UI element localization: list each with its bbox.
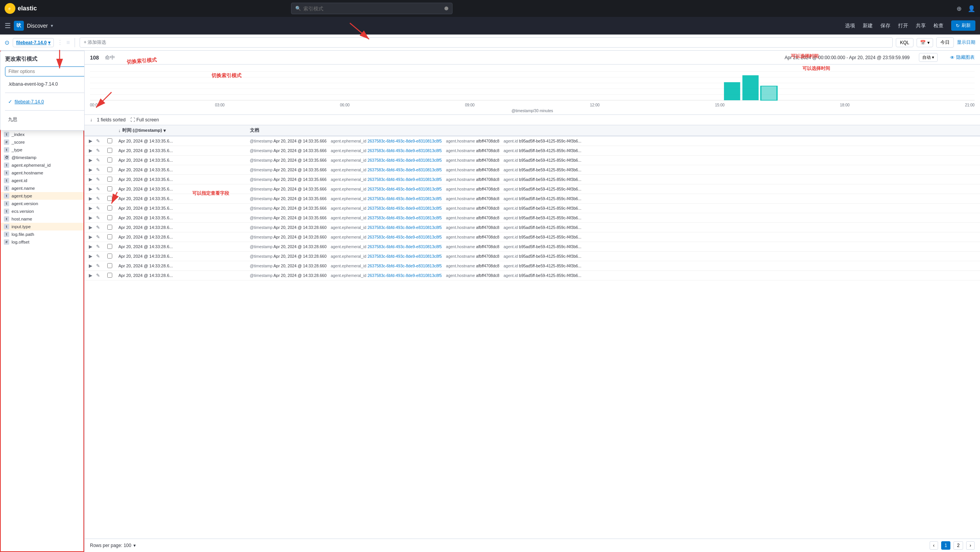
copy-row-button[interactable]: ✎ [95,215,101,221]
row-checkbox[interactable] [107,138,112,143]
dropdown-option-filebeat[interactable]: ✓ filebeat-7.14.0 [5,96,85,107]
row-checkbox[interactable] [107,186,112,191]
dropdown-filter-input[interactable] [5,66,85,76]
copy-row-button[interactable]: ✎ [95,196,101,202]
col-timestamp-header[interactable]: ↓ 时间 (@timestamp) ▾ [115,125,247,136]
today-button[interactable]: 今日 [936,37,954,48]
app-chevron-button[interactable]: ▾ [51,23,53,28]
rows-per-page-selector[interactable]: Rows per page: 100 ▾ [90,543,136,548]
expand-row-button[interactable]: ▶ [88,205,93,211]
row-expand-cell: ▶ ✎ [85,204,104,213]
copy-row-button[interactable]: ✎ [95,176,101,182]
expand-row-button[interactable]: ▶ [88,272,93,278]
sidebar-field-agent-name[interactable]: t agent.name [0,184,84,192]
refresh-button[interactable]: ↻ 刷新 [951,20,975,31]
dropdown-option-jisi[interactable]: 九思 [5,114,85,126]
user-icon[interactable]: 👤 [968,5,975,12]
sidebar-field-ecs[interactable]: t ecs.version [0,207,84,215]
auto-interval-button[interactable]: 自动 ▾ [919,53,938,62]
sidebar-field-input-type[interactable]: t input.type [0,223,84,230]
row-checkbox[interactable] [107,263,112,268]
menu-open[interactable]: 打开 [898,22,908,29]
index-pattern-dropdown[interactable]: filebeat-7.14.0 ▾ [13,38,54,47]
col-doc-header[interactable]: 文档 [247,125,980,136]
copy-row-button[interactable]: ✎ [95,234,101,240]
prev-page-button[interactable]: ‹ [930,541,938,550]
sidebar-field-type[interactable]: t _type [0,146,84,154]
copy-row-button[interactable]: ✎ [95,224,101,230]
histogram-chart[interactable] [90,68,975,102]
top-search-bar[interactable]: 🔍 [291,3,453,14]
copy-row-button[interactable]: ✎ [95,148,101,154]
menu-save[interactable]: 保存 [880,22,890,29]
row-checkbox[interactable] [107,215,112,220]
row-checkbox[interactable] [107,196,112,201]
copy-row-button[interactable]: ✎ [95,186,101,192]
sidebar-field-ephemeral[interactable]: t agent.ephemeral_id [0,161,84,169]
row-checkbox[interactable] [107,148,112,153]
sidebar-field-log-path[interactable]: t log.file.path [0,230,84,238]
sidebar-field-timestamp[interactable]: ⏱ @timestamp [0,154,84,161]
expand-row-button[interactable]: ▶ [88,157,93,163]
row-checkbox[interactable] [107,254,112,259]
expand-row-button[interactable]: ▶ [88,224,93,230]
hide-chart-button[interactable]: 👁 隐藏图表 [950,54,975,61]
expand-row-button[interactable]: ▶ [88,244,93,250]
copy-row-button[interactable]: ✎ [95,205,101,211]
help-icon[interactable]: ⊕ [957,5,962,12]
copy-row-button[interactable]: ✎ [95,167,101,173]
copy-row-button[interactable]: ✎ [95,272,101,278]
expand-row-button[interactable]: ▶ [88,253,93,259]
copy-row-button[interactable]: ✎ [95,263,101,269]
sidebar-field-score[interactable]: # _score [0,138,84,146]
calendar-icon-button[interactable]: 📅 ▾ [917,38,933,47]
elastic-logo[interactable]: e elastic [5,3,37,14]
sidebar-field-agent-id[interactable]: t agent.id [0,177,84,184]
fullscreen-button[interactable]: ⛶ Full screen [130,117,159,123]
page-1-button[interactable]: 1 [941,541,951,550]
table-row: ▶ ✎ Apr 20, 2024 @ 14:33:35.6... @timest… [85,175,980,184]
kql-button[interactable]: KQL [896,38,913,47]
copy-row-button[interactable]: ✎ [95,244,101,250]
main-content: 更改索引模式 .kibana-event-log-7.14.0 ✓ filebe… [0,51,980,552]
row-checkbox[interactable] [107,157,112,162]
row-checkbox[interactable] [107,177,112,182]
expand-row-button[interactable]: ▶ [88,138,93,144]
expand-row-button[interactable]: ▶ [88,186,93,192]
menu-options[interactable]: 选项 [845,22,855,29]
expand-row-button[interactable]: ▶ [88,263,93,269]
row-checkbox[interactable] [107,225,112,230]
hamburger-menu-icon[interactable]: ☰ [5,22,11,30]
expand-row-button[interactable]: ▶ [88,215,93,221]
menu-new[interactable]: 新建 [863,22,873,29]
row-checkbox[interactable] [107,234,112,239]
page-2-button[interactable]: 2 [953,541,963,550]
row-checkbox[interactable] [107,273,112,278]
row-checkbox[interactable] [107,244,112,249]
expand-row-button[interactable]: ▶ [88,167,93,173]
next-page-button[interactable]: › [966,541,975,550]
fields-sidebar: 更改索引模式 .kibana-event-log-7.14.0 ✓ filebe… [0,51,85,552]
copy-row-button[interactable]: ✎ [95,138,101,144]
index-search-input[interactable] [303,6,442,12]
sidebar-field-host[interactable]: t host.name [0,215,84,223]
menu-inspect[interactable]: 检查 [933,22,943,29]
show-date-button[interactable]: 显示日期 [957,39,975,46]
menu-share[interactable]: 共享 [916,22,926,29]
dropdown-option-kibana[interactable]: .kibana-event-log-7.14.0 [5,79,85,90]
row-checkbox[interactable] [107,206,112,211]
copy-row-button[interactable]: ✎ [95,157,101,163]
sidebar-field-agent-version[interactable]: t agent.version [0,200,84,207]
table-row: ▶ ✎ Apr 20, 2024 @ 14:33:28.6... @timest… [85,242,980,252]
sidebar-field-index[interactable]: t _index [0,131,84,138]
sidebar-field-hostname[interactable]: t agent.hostname [0,169,84,177]
expand-row-button[interactable]: ▶ [88,148,93,154]
sidebar-field-log-offset[interactable]: # log.offset [0,238,84,246]
expand-row-button[interactable]: ▶ [88,234,93,240]
search-input-area[interactable]: + 添加筛选 [80,37,893,48]
expand-row-button[interactable]: ▶ [88,196,93,202]
row-checkbox[interactable] [107,167,112,172]
copy-row-button[interactable]: ✎ [95,253,101,259]
expand-row-button[interactable]: ▶ [88,176,93,182]
sidebar-field-agent-type[interactable]: t agent.type [0,192,84,200]
